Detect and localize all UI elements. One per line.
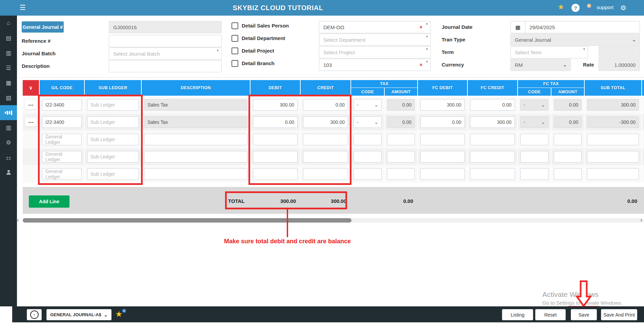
fc-credit-input[interactable]: 0.00 [470, 99, 515, 111]
favorite-add-star-icon[interactable]: ★ [115, 309, 123, 319]
tran-type-value: General Journal [515, 37, 551, 43]
calendar-icon[interactable]: ▦ [511, 21, 525, 33]
journal-type-select[interactable]: GENERAL JOURNAL-A$ ⌄ [46, 309, 112, 320]
sidebar-item-settings-icon[interactable]: ⚙ [0, 135, 17, 150]
sidebar-item-briefcase-icon[interactable]: ▦ [0, 75, 17, 90]
sidebar-item-ledger-icon[interactable]: ▧ [0, 90, 17, 105]
sales-person-select[interactable]: DEM-OO × ▼ [319, 21, 431, 33]
fc-tax-amount-field: 0.00 [554, 99, 582, 111]
sidebar-item-user-icon[interactable] [0, 165, 17, 180]
chevron-down-icon: ▼ [425, 48, 428, 51]
col-header-fc-tax-code: CODE [518, 88, 551, 96]
fc-debit-input[interactable] [420, 151, 465, 163]
chevron-down-icon: ⌄ [563, 62, 567, 68]
help-icon[interactable]: ? [571, 4, 580, 12]
tax-amount-input[interactable] [387, 151, 415, 163]
favorite-star-icon[interactable]: ★ [558, 3, 564, 12]
fc-credit-input[interactable]: 300.00 [470, 116, 515, 128]
save-and-print-button[interactable]: Save And Print [601, 309, 637, 320]
line-description-input[interactable] [144, 151, 247, 163]
chevron-down-icon: ⌄ [104, 312, 108, 318]
sidebar-item-list-icon[interactable]: ☰ [0, 60, 17, 75]
chevron-down-icon: ⌄ [541, 119, 545, 125]
add-line-button[interactable]: Add Line [29, 195, 69, 208]
fc-credit-input[interactable] [470, 168, 515, 180]
fc-tax-amount-input[interactable] [554, 168, 582, 180]
listing-button[interactable]: Listing [502, 309, 533, 320]
sub-total-field: 300.00 [587, 99, 639, 111]
tax-amount-field: 0.00 [387, 116, 415, 128]
line-description-input[interactable] [144, 134, 247, 145]
fc-credit-input[interactable] [470, 151, 515, 163]
scroll-left-icon[interactable]: ‹ [17, 216, 19, 224]
row-menu-button[interactable]: ⋯ [25, 100, 37, 109]
tax-code-input[interactable] [354, 134, 382, 145]
fc-tax-code-input[interactable] [520, 134, 548, 145]
tax-code-input[interactable] [354, 168, 382, 180]
journal-batch-select[interactable]: Select Journal Batch ▼ [109, 48, 222, 60]
detail-branch-checkbox[interactable] [232, 60, 238, 67]
term-select[interactable]: Select Term ▼ [510, 46, 588, 58]
fc-tax-amount-input[interactable] [554, 151, 582, 163]
tax-code-select[interactable]: -⌄ [354, 99, 382, 111]
description-input[interactable] [109, 60, 222, 72]
scroll-to-top-button[interactable]: ↑ [27, 309, 42, 320]
fc-tax-code-input[interactable] [520, 151, 548, 163]
fc-debit-input[interactable] [420, 168, 465, 180]
fc-tax-code-value: - [524, 119, 525, 125]
clear-icon[interactable]: × [420, 24, 422, 30]
fc-tax-code-select: -⌄ [520, 116, 548, 128]
sidebar-item-home-icon[interactable]: ⌂ [0, 16, 17, 31]
tax-amount-input[interactable] [387, 168, 415, 180]
save-button[interactable]: Save [571, 309, 597, 320]
line-description-input[interactable] [144, 168, 247, 180]
fc-debit-input[interactable] [420, 134, 465, 145]
sidebar-item-folder-icon[interactable]: ▤ [0, 31, 17, 45]
detail-project-checkbox[interactable] [232, 48, 238, 54]
collapse-chevron-icon[interactable]: ∨ [23, 80, 39, 96]
gears-icon[interactable]: ⚙ [620, 4, 626, 12]
rate-field: 1.000000 [599, 59, 640, 71]
fc-debit-input[interactable]: 0.00 [420, 116, 465, 128]
fc-tax-amount-input[interactable] [554, 134, 582, 145]
horizontal-scrollbar-thumb[interactable] [23, 218, 351, 223]
table-header-row: ∨ G/L CODE SUB LEDGER DESCRIPTION DEBIT … [23, 80, 644, 96]
fc-debit-input[interactable]: 300.00 [420, 99, 465, 111]
sidebar-item-documents-icon[interactable]: ▥ [0, 45, 17, 60]
tax-amount-input[interactable] [387, 134, 415, 145]
scroll-right-icon[interactable]: › [640, 216, 642, 224]
sub-total-input [587, 134, 639, 145]
col-header-overflow [642, 80, 644, 96]
fc-credit-input[interactable] [470, 134, 515, 145]
sidebar-item-chart-icon[interactable] [0, 105, 17, 120]
journal-date-field[interactable]: ▦ 29/04/2025 [510, 21, 640, 33]
reference-input[interactable] [109, 35, 222, 47]
plus-badge-icon: + [122, 309, 126, 313]
clear-icon[interactable]: × [420, 62, 422, 68]
total-sub-total: 0.00 [585, 198, 637, 204]
currency-value: RM [515, 62, 523, 68]
branch-select[interactable]: 103 × ▼ [319, 59, 431, 71]
username-label[interactable]: support [597, 4, 613, 10]
project-select[interactable]: Select Project ▼ [319, 46, 431, 58]
reset-button[interactable]: Reset [535, 309, 566, 320]
chevron-down-icon: ⌄ [541, 102, 545, 108]
annotation-arrow-save [576, 280, 592, 307]
chevron-down-icon: ▼ [425, 35, 428, 38]
user-avatar[interactable] [584, 3, 594, 13]
fc-tax-code-input[interactable] [520, 168, 548, 180]
general-journal-number-button[interactable]: General Journal # [22, 21, 64, 33]
tax-code-select[interactable]: -⌄ [354, 116, 382, 128]
chevron-down-icon: ⌄ [374, 102, 378, 108]
tax-code-input[interactable] [354, 151, 382, 163]
tran-type-select[interactable]: General Journal ⌄ [510, 34, 640, 46]
currency-select[interactable]: RM ⌄ [510, 59, 571, 71]
detail-sales-person-checkbox[interactable] [232, 22, 238, 29]
hamburger-menu-icon[interactable]: ☰ [20, 3, 26, 12]
row-menu-button[interactable]: ⋯ [25, 118, 37, 127]
department-placeholder: Select Department [323, 37, 365, 43]
department-select[interactable]: Select Department ▼ [319, 34, 431, 46]
detail-department-checkbox[interactable] [232, 35, 238, 42]
sidebar-item-workflow-icon[interactable]: ⚏ [0, 150, 17, 165]
sidebar-item-report-icon[interactable]: ▥ [0, 120, 17, 135]
